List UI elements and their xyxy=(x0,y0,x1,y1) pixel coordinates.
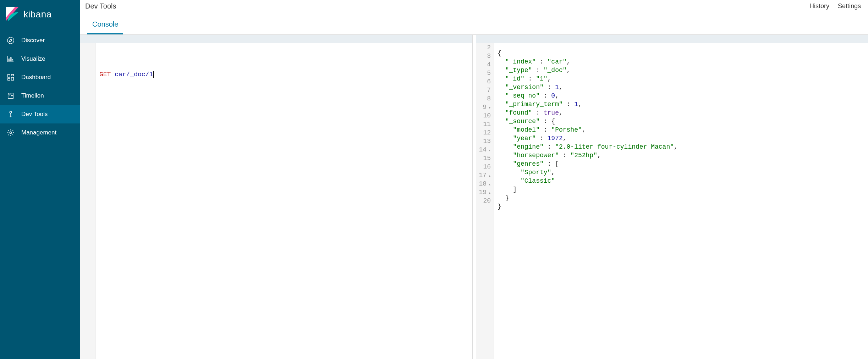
line-number: 16 xyxy=(479,162,491,171)
token-pad xyxy=(498,58,505,65)
token-punc: , xyxy=(597,152,601,159)
token-punc: : [ xyxy=(544,160,559,167)
line-number: 15 xyxy=(479,154,491,162)
request-code[interactable]: GET car/_doc/1 xyxy=(96,35,472,359)
top-links: History Settings xyxy=(809,2,861,10)
page-title: Dev Tools xyxy=(85,2,116,10)
line-number: 14▾ xyxy=(479,145,491,154)
request-pane[interactable]: 1 GET car/_doc/1 xyxy=(80,35,473,359)
line-number: 7 xyxy=(479,86,491,94)
token-pad xyxy=(498,118,505,125)
sidebar-item-management[interactable]: Management xyxy=(0,123,80,142)
token-key: "found" xyxy=(505,109,532,116)
token-punc: : xyxy=(532,67,543,74)
fold-toggle-icon[interactable]: ▴ xyxy=(487,189,491,197)
sidebar-item-label: Management xyxy=(21,129,56,136)
sidebar-item-dev-tools[interactable]: Dev Tools xyxy=(0,105,80,123)
token-punc: , xyxy=(559,109,563,116)
token-key: "_source" xyxy=(505,118,540,125)
svg-rect-3 xyxy=(10,57,11,61)
request-gutter: 1 xyxy=(80,35,96,359)
token-punc: , xyxy=(567,58,571,65)
sidebar-item-timelion[interactable]: Timelion xyxy=(0,87,80,105)
response-line: "_index" : "car", xyxy=(498,57,868,66)
token-pad xyxy=(498,75,505,82)
line-number: 20 xyxy=(479,197,491,205)
sidebar-item-visualize[interactable]: Visualize xyxy=(0,50,80,68)
response-line: "_id" : "1", xyxy=(498,74,868,83)
token-punc: : xyxy=(540,126,551,133)
response-line xyxy=(498,211,868,219)
token-punc: : xyxy=(559,152,570,159)
response-line: } xyxy=(498,202,868,211)
line-number: 17▴ xyxy=(479,171,491,180)
line-number: 11 xyxy=(479,120,491,128)
svg-point-0 xyxy=(7,37,14,44)
play-icon[interactable] xyxy=(448,35,455,43)
token-pad xyxy=(498,101,505,108)
line-number: 9▾ xyxy=(479,103,491,111)
token-pad xyxy=(498,67,505,74)
settings-link[interactable]: Settings xyxy=(838,2,861,10)
token-pad xyxy=(498,143,513,150)
token-pad xyxy=(498,194,505,201)
gear-icon xyxy=(6,128,15,137)
token-pad xyxy=(498,84,505,91)
token-string: "car" xyxy=(548,58,567,65)
token-number: 1 xyxy=(555,84,559,91)
token-punc: } xyxy=(498,203,501,210)
timelion-icon xyxy=(6,92,15,100)
fold-toggle-icon[interactable]: ▴ xyxy=(487,180,491,189)
token-punc: : xyxy=(544,84,555,91)
token-punc: : xyxy=(540,92,551,99)
token-key: "_type" xyxy=(505,67,532,74)
token-punc: , xyxy=(555,92,559,99)
token-punc: , xyxy=(563,135,567,142)
token-key: "_id" xyxy=(505,75,524,82)
line-number: 12 xyxy=(479,128,491,137)
request-path: car/_doc/1 xyxy=(115,71,153,78)
wrench-icon[interactable] xyxy=(460,35,467,43)
svg-marker-1 xyxy=(9,39,12,42)
token-string: "2.0-liter four-cylinder Macan" xyxy=(555,143,674,150)
kibana-logo-icon xyxy=(6,7,18,21)
dashboard-icon xyxy=(6,73,15,82)
token-pad xyxy=(498,160,513,167)
history-link[interactable]: History xyxy=(809,2,829,10)
token-key: "model" xyxy=(513,126,540,133)
brand-name: kibana xyxy=(23,9,52,20)
fold-toggle-icon[interactable]: ▴ xyxy=(487,172,491,180)
line-number: 10 xyxy=(479,111,491,120)
response-line: "_source" : { xyxy=(498,117,868,126)
fold-toggle-icon[interactable]: ▾ xyxy=(487,104,491,112)
token-string: "Classic" xyxy=(521,177,555,184)
pane-resize-handle[interactable]: ⋮ xyxy=(476,197,478,205)
token-punc: : xyxy=(544,143,555,150)
sidebar-item-discover[interactable]: Discover xyxy=(0,31,80,50)
token-punc: , xyxy=(582,126,586,133)
token-key: "horsepower" xyxy=(513,152,559,159)
line-number: 8 xyxy=(479,94,491,103)
topbar: Dev Tools History Settings xyxy=(80,0,868,10)
sidebar-item-label: Dashboard xyxy=(21,74,51,81)
token-bool: true xyxy=(544,109,559,116)
tab-console[interactable]: Console xyxy=(87,17,123,34)
response-line: "_seq_no" : 0, xyxy=(498,92,868,100)
token-number: 1972 xyxy=(548,135,563,142)
brand[interactable]: kibana xyxy=(0,0,80,31)
token-pad xyxy=(498,169,521,176)
token-punc: , xyxy=(559,84,563,91)
token-punc: , xyxy=(548,75,551,82)
token-punc: : { xyxy=(540,118,555,125)
token-key: "_seq_no" xyxy=(505,92,540,99)
svg-rect-4 xyxy=(12,60,13,61)
bar-chart-icon xyxy=(6,55,15,63)
text-cursor xyxy=(153,71,154,78)
wrench-icon xyxy=(6,110,15,118)
svg-rect-8 xyxy=(8,79,10,81)
fold-toggle-icon[interactable]: ▾ xyxy=(487,146,491,155)
sidebar-item-dashboard[interactable]: Dashboard xyxy=(0,68,80,87)
response-line: ] xyxy=(498,185,868,194)
response-pane[interactable]: ⋮ 1▾23456789▾1011121314▾151617▴18▴19▴20 … xyxy=(476,35,868,359)
token-string: "Sporty" xyxy=(521,169,551,176)
